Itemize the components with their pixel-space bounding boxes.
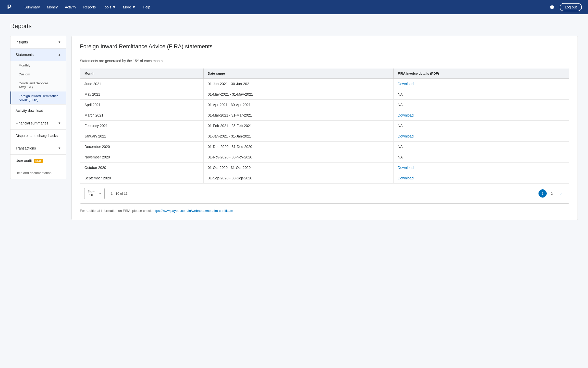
sidebar-item-user-audit[interactable]: User audit NEW bbox=[10, 155, 66, 167]
chevron-down-icon: ▼ bbox=[132, 5, 136, 9]
chevron-down-icon: ▼ bbox=[58, 121, 61, 125]
cell-month: January 2021 bbox=[80, 131, 204, 141]
cell-date-range: 01-Feb-2021 - 28-Feb-2021 bbox=[204, 120, 394, 131]
main-layout: Insights ▼ Statements ▲ Monthly Custom G… bbox=[10, 36, 578, 220]
table-row: October 202001-Oct-2020 - 31-Oct-2020Dow… bbox=[80, 162, 569, 173]
download-link[interactable]: Download bbox=[398, 113, 413, 117]
gear-icon bbox=[549, 5, 555, 10]
chevron-up-icon: ▲ bbox=[58, 53, 61, 56]
nav-activity[interactable]: Activity bbox=[62, 3, 79, 11]
table-row: March 202101-Mar-2021 - 31-Mar-2021Downl… bbox=[80, 110, 569, 120]
table-row: November 202001-Nov-2020 - 30-Nov-2020NA bbox=[80, 152, 569, 162]
show-select: Show 10 ▼ bbox=[84, 188, 105, 199]
main-content: Foreign Inward Remittance Advice (FIRA) … bbox=[71, 36, 578, 220]
page-title: Reports bbox=[10, 22, 578, 30]
col-pdf: FIRA invoice details (PDF) bbox=[394, 68, 569, 78]
cell-date-range: 01-Mar-2021 - 31-Mar-2021 bbox=[204, 110, 394, 120]
table-footer: Show 10 ▼ 1 - 10 of 11 1 2 › bbox=[80, 183, 569, 203]
cell-date-range: 01-Apr-2021 - 30-Apr-2021 bbox=[204, 99, 394, 110]
download-link[interactable]: Download bbox=[398, 176, 413, 180]
table-row: January 202101-Jan-2021 - 31-Jan-2021Dow… bbox=[80, 131, 569, 141]
cell-date-range: 01-Oct-2020 - 31-Oct-2020 bbox=[204, 162, 394, 173]
download-link[interactable]: Download bbox=[398, 82, 413, 86]
cell-date-range: 01-Sep-2020 - 30-Sep-2020 bbox=[204, 173, 394, 183]
col-date-range: Date range bbox=[204, 68, 394, 78]
table-row: December 202001-Dec-2020 - 31-Dec-2020NA bbox=[80, 141, 569, 152]
new-badge: NEW bbox=[34, 159, 43, 163]
chevron-down-icon: ▼ bbox=[58, 146, 61, 150]
page-1-button[interactable]: 1 bbox=[538, 189, 547, 198]
sidebar-item-gst[interactable]: Goods and Services Tax(GST) bbox=[10, 79, 66, 91]
content-title: Foreign Inward Remittance Advice (FIRA) … bbox=[80, 43, 569, 50]
footer-note: For additional information on FIRA, plea… bbox=[80, 209, 569, 213]
cell-pdf: NA bbox=[394, 141, 569, 152]
logo: P bbox=[6, 3, 14, 11]
show-count-button[interactable]: Show 10 ▼ bbox=[84, 188, 105, 199]
content-divider bbox=[80, 54, 569, 54]
cell-month: November 2020 bbox=[80, 152, 204, 162]
content-subtitle: Statements are generated by the 15th of … bbox=[80, 58, 569, 63]
nav-summary[interactable]: Summary bbox=[21, 3, 43, 11]
table-row: April 202101-Apr-2021 - 30-Apr-2021NA bbox=[80, 99, 569, 110]
sidebar-section-insights: Insights ▼ bbox=[10, 36, 66, 49]
cell-pdf[interactable]: Download bbox=[394, 162, 569, 173]
next-page-button[interactable]: › bbox=[557, 189, 565, 198]
download-link[interactable]: Download bbox=[398, 166, 413, 170]
sidebar-item-disputes[interactable]: Disputes and chargebacks bbox=[10, 130, 66, 142]
fira-link[interactable]: https://www.paypal.com/in/webapps/mpp/fi… bbox=[153, 209, 233, 213]
cell-month: May 2021 bbox=[80, 89, 204, 99]
pagination: 1 2 › bbox=[538, 189, 565, 198]
cell-pdf: NA bbox=[394, 152, 569, 162]
cell-month: June 2021 bbox=[80, 78, 204, 89]
cell-date-range: 01-Jun-2021 - 30-Jun-2021 bbox=[204, 78, 394, 89]
cell-date-range: 01-Dec-2020 - 31-Dec-2020 bbox=[204, 141, 394, 152]
table-row: June 202101-Jun-2021 - 30-Jun-2021Downlo… bbox=[80, 78, 569, 89]
nav-tools[interactable]: Tools ▼ bbox=[100, 3, 119, 11]
sidebar-item-custom[interactable]: Custom bbox=[10, 70, 66, 79]
logout-button[interactable]: Log out bbox=[560, 3, 582, 11]
nav-money[interactable]: Money bbox=[44, 3, 61, 11]
table-row: September 202001-Sep-2020 - 30-Sep-2020D… bbox=[80, 173, 569, 183]
cell-month: April 2021 bbox=[80, 99, 204, 110]
sidebar-help[interactable]: Help and documentation bbox=[10, 167, 66, 179]
sidebar-statements-header[interactable]: Statements ▲ bbox=[10, 49, 66, 61]
cell-pdf[interactable]: Download bbox=[394, 78, 569, 89]
sidebar-financial-header[interactable]: Financial summaries ▼ bbox=[10, 117, 66, 129]
cell-date-range: 01-Jan-2021 - 31-Jan-2021 bbox=[204, 131, 394, 141]
page-range-info: 1 - 10 of 11 bbox=[111, 192, 128, 195]
page-2-button[interactable]: 2 bbox=[548, 189, 556, 198]
nav-more[interactable]: More ▼ bbox=[120, 3, 139, 11]
fira-table: Month Date range FIRA invoice details (P… bbox=[80, 68, 569, 183]
cell-month: September 2020 bbox=[80, 173, 204, 183]
download-link[interactable]: Download bbox=[398, 134, 413, 138]
cell-month: December 2020 bbox=[80, 141, 204, 152]
sidebar-section-transactions: Transactions ▼ bbox=[10, 142, 66, 155]
header: P Summary Money Activity Reports Tools ▼… bbox=[0, 0, 588, 14]
cell-pdf[interactable]: Download bbox=[394, 110, 569, 120]
sidebar-transactions-header[interactable]: Transactions ▼ bbox=[10, 142, 66, 154]
cell-pdf: NA bbox=[394, 120, 569, 131]
cell-date-range: 01-May-2021 - 31-May-2021 bbox=[204, 89, 394, 99]
main-nav: Summary Money Activity Reports Tools ▼ M… bbox=[21, 3, 547, 11]
table-row: February 202101-Feb-2021 - 28-Feb-2021NA bbox=[80, 120, 569, 131]
nav-help[interactable]: Help bbox=[140, 3, 153, 11]
cell-pdf[interactable]: Download bbox=[394, 131, 569, 141]
chevron-down-icon: ▼ bbox=[112, 5, 116, 9]
settings-button[interactable] bbox=[547, 3, 557, 12]
header-actions: Log out bbox=[547, 3, 582, 12]
nav-reports[interactable]: Reports bbox=[80, 3, 99, 11]
svg-text:P: P bbox=[7, 3, 11, 11]
page-wrapper: Reports Insights ▼ Statements ▲ Monthly … bbox=[0, 14, 588, 228]
sidebar-insights-header[interactable]: Insights ▼ bbox=[10, 36, 66, 48]
dropdown-chevron-icon: ▼ bbox=[99, 192, 101, 195]
col-month: Month bbox=[80, 68, 204, 78]
sidebar-item-activity-download[interactable]: Activity download bbox=[10, 105, 66, 117]
table-row: May 202101-May-2021 - 31-May-2021NA bbox=[80, 89, 569, 99]
cell-pdf[interactable]: Download bbox=[394, 173, 569, 183]
sidebar-section-statements: Statements ▲ Monthly Custom Goods and Se… bbox=[10, 49, 66, 105]
sidebar-item-fira[interactable]: Foreign Inward Remittance Advice(FIRA) bbox=[10, 91, 66, 104]
cell-pdf: NA bbox=[394, 89, 569, 99]
cell-month: October 2020 bbox=[80, 162, 204, 173]
sidebar-item-monthly[interactable]: Monthly bbox=[10, 61, 66, 70]
cell-date-range: 01-Nov-2020 - 30-Nov-2020 bbox=[204, 152, 394, 162]
